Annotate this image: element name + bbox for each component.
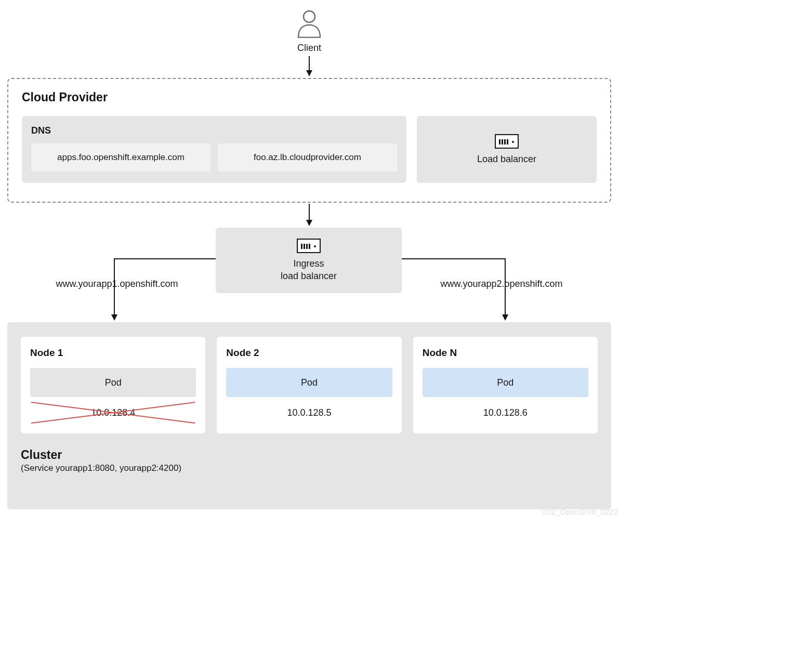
dns-entry: apps.foo.openshift.example.com	[31, 143, 210, 172]
server-icon	[297, 239, 321, 253]
nodes-row: Node 1 Pod 10.0.128.4 Node 2 Pod 10.0.12…	[21, 337, 598, 433]
node-ip-crossed: 10.0.128.4	[30, 401, 196, 424]
client-label: Client	[0, 43, 618, 54]
host-left-label: www.yourapp1.openshift.com	[26, 279, 208, 289]
node-box: Node 1 Pod 10.0.128.4	[21, 337, 205, 433]
pod-box: Pod	[30, 368, 196, 397]
ingress-label: Ingress load balancer	[281, 257, 337, 283]
node-title: Node 2	[226, 347, 392, 359]
node-box: Node N Pod 10.0.128.6	[413, 337, 598, 433]
cluster-subtitle: (Service yourapp1:8080, yourapp2:4200)	[21, 463, 598, 473]
ingress-label-line1: Ingress	[293, 258, 324, 269]
ingress-label-line2: load balancer	[281, 271, 337, 281]
load-balancer-label: Load balancer	[477, 154, 536, 165]
dns-entry: foo.az.lb.cloudprovider.com	[218, 143, 397, 172]
node-ip: 10.0.128.6	[423, 401, 588, 424]
node-title: Node 1	[30, 347, 196, 359]
cluster-title: Cluster	[21, 448, 598, 462]
dns-title: DNS	[31, 125, 397, 136]
host-right-label: www.yourapp2.openshift.com	[411, 279, 592, 289]
node-ip: 10.0.128.5	[226, 401, 392, 424]
server-icon	[495, 134, 519, 149]
dns-box: DNS apps.foo.openshift.example.com foo.a…	[22, 116, 406, 183]
node-ip-text: 10.0.128.6	[483, 407, 528, 418]
pod-box: Pod	[423, 368, 588, 397]
cross-out-icon	[30, 401, 196, 424]
cluster-box: Node 1 Pod 10.0.128.4 Node 2 Pod 10.0.12…	[7, 322, 611, 509]
cloud-provider-title: Cloud Provider	[22, 90, 597, 104]
node-title: Node N	[423, 347, 588, 359]
node-ip-text: 10.0.128.5	[287, 407, 331, 418]
node-box: Node 2 Pod 10.0.128.5	[217, 337, 401, 433]
client-icon	[296, 9, 322, 38]
cloud-provider-box: Cloud Provider DNS apps.foo.openshift.ex…	[7, 78, 611, 203]
load-balancer-box: Load balancer	[417, 116, 597, 183]
svg-point-0	[304, 11, 315, 22]
ingress-load-balancer-box: Ingress load balancer	[216, 228, 402, 293]
pod-box: Pod	[226, 368, 392, 397]
watermark: 202_OpenShift_0222	[542, 507, 618, 516]
